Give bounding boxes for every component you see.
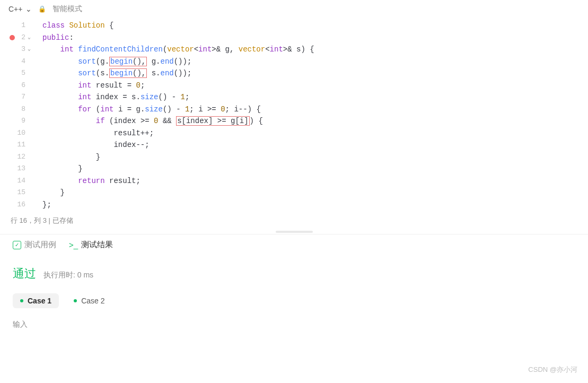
- line-number: 5: [10, 67, 25, 80]
- code-content[interactable]: class Solution {: [36, 20, 113, 32]
- fold-icon[interactable]: ⌄: [28, 32, 34, 44]
- code-content[interactable]: public:: [36, 32, 74, 44]
- code-content[interactable]: for (int i = g.size() - 1; i >= 0; i--) …: [36, 103, 261, 116]
- code-line[interactable]: 4 sort(g.begin(), g.end());: [0, 56, 588, 68]
- code-content[interactable]: int result = 0;: [36, 80, 145, 92]
- line-number: 8: [10, 103, 25, 116]
- code-content[interactable]: sort(s.begin(), s.end());: [36, 67, 191, 80]
- code-line[interactable]: 8 for (int i = g.size() - 1; i >= 0; i--…: [0, 103, 588, 116]
- code-line[interactable]: 7 int index = s.size() - 1;: [0, 91, 588, 103]
- code-line[interactable]: 9 if (index >= 0 && s[index] >= g[i]) {: [0, 115, 588, 127]
- code-line[interactable]: 11 index--;: [0, 139, 588, 151]
- highlight-box: begin(),: [109, 57, 147, 66]
- gutter[interactable]: 12: [0, 151, 36, 163]
- status-dot-icon: [20, 299, 23, 302]
- line-number: 4: [10, 56, 25, 68]
- line-number: 9: [10, 115, 25, 127]
- lock-icon: 🔒: [38, 5, 46, 13]
- gutter[interactable]: 7: [0, 91, 36, 103]
- line-number: 14: [10, 175, 25, 187]
- code-content[interactable]: }: [36, 151, 100, 163]
- mode-label: 智能模式: [52, 4, 82, 14]
- line-number: 13: [10, 163, 25, 175]
- code-content[interactable]: int findContentChildren(vector<int>& g, …: [36, 43, 314, 56]
- gutter[interactable]: 4: [0, 56, 36, 68]
- line-number: 7: [10, 91, 25, 103]
- code-content[interactable]: };: [36, 199, 51, 211]
- line-number: 16: [10, 199, 25, 211]
- code-content[interactable]: }: [36, 163, 83, 175]
- line-number: 3: [10, 43, 25, 56]
- breakpoint-icon[interactable]: [10, 35, 15, 40]
- line-number: 12: [10, 151, 25, 163]
- panel-resize-handle[interactable]: [0, 231, 588, 234]
- code-line[interactable]: 6 int result = 0;: [0, 80, 588, 92]
- watermark: CSDN @亦小河: [528, 365, 577, 375]
- tab-results[interactable]: >_ 测试结果: [69, 240, 113, 250]
- highlight-box: s[index] >= g[i]: [176, 116, 249, 126]
- code-content[interactable]: result++;: [36, 127, 154, 140]
- gutter[interactable]: 16: [0, 199, 36, 211]
- code-content[interactable]: if (index >= 0 && s[index] >= g[i]) {: [36, 115, 263, 127]
- line-number: 15: [10, 187, 25, 199]
- code-line[interactable]: 10 result++;: [0, 127, 588, 140]
- code-line[interactable]: 2⌄public:: [0, 32, 588, 44]
- code-content[interactable]: sort(g.begin(), g.end());: [36, 56, 191, 68]
- gutter[interactable]: 1: [0, 20, 36, 32]
- status-dot-icon: [74, 299, 77, 302]
- code-content[interactable]: return result;: [36, 175, 141, 187]
- code-line[interactable]: 12 }: [0, 151, 588, 163]
- case-label: Case 2: [81, 297, 104, 305]
- code-line[interactable]: 15 }: [0, 187, 588, 199]
- gutter[interactable]: 9: [0, 115, 36, 127]
- case-label: Case 1: [28, 297, 51, 305]
- input-section-label: 输入: [13, 320, 575, 329]
- execution-time: 执行用时: 0 ms: [43, 271, 93, 280]
- language-selector[interactable]: C++ ⌄: [8, 5, 32, 13]
- results-tabs: ✓ 测试用例 >_ 测试结果: [0, 234, 588, 255]
- code-content[interactable]: int index = s.size() - 1;: [36, 91, 189, 103]
- fold-icon[interactable]: ⌄: [28, 43, 34, 56]
- terminal-icon: >_: [69, 240, 78, 249]
- line-number: 11: [10, 139, 25, 151]
- code-line[interactable]: 16};: [0, 199, 588, 211]
- line-number: 10: [10, 127, 25, 140]
- editor-status-bar: 行 16，列 3 | 已存储: [0, 211, 588, 231]
- code-editor[interactable]: 1class Solution {2⌄public:3⌄ int findCon…: [0, 19, 588, 211]
- cursor-position: 行 16，列 3: [11, 216, 47, 224]
- code-line[interactable]: 5 sort(s.begin(), s.end());: [0, 67, 588, 80]
- status-pass: 通过: [13, 266, 36, 282]
- gutter[interactable]: 6: [0, 80, 36, 92]
- code-content[interactable]: }: [36, 187, 65, 199]
- gutter[interactable]: 8: [0, 103, 36, 116]
- case-tab[interactable]: Case 1: [13, 293, 59, 308]
- code-line[interactable]: 1class Solution {: [0, 20, 588, 32]
- code-content[interactable]: index--;: [36, 139, 150, 151]
- tab-testcases[interactable]: ✓ 测试用例: [13, 240, 56, 250]
- case-tabs: Case 1Case 2: [13, 293, 575, 308]
- highlight-box: begin(),: [109, 68, 147, 78]
- chevron-down-icon: ⌄: [25, 5, 32, 13]
- editor-toolbar: C++ ⌄ 🔒 智能模式: [0, 0, 588, 19]
- gutter[interactable]: 11: [0, 139, 36, 151]
- case-tab[interactable]: Case 2: [66, 293, 112, 308]
- code-line[interactable]: 3⌄ int findContentChildren(vector<int>& …: [0, 43, 588, 56]
- gutter[interactable]: 2⌄: [0, 32, 36, 44]
- gutter[interactable]: 5: [0, 67, 36, 80]
- line-number: 1: [10, 20, 25, 32]
- save-status: 已存储: [52, 216, 73, 224]
- gutter[interactable]: 3⌄: [0, 43, 36, 56]
- gutter[interactable]: 14: [0, 175, 36, 187]
- code-line[interactable]: 14 return result;: [0, 175, 588, 187]
- gutter[interactable]: 15: [0, 187, 36, 199]
- gutter[interactable]: 13: [0, 163, 36, 175]
- line-number: 6: [10, 80, 25, 92]
- results-body: 通过 执行用时: 0 ms Case 1Case 2 输入: [0, 255, 588, 332]
- gutter[interactable]: 10: [0, 127, 36, 140]
- checkbox-icon: ✓: [13, 241, 21, 249]
- language-label: C++: [8, 5, 22, 13]
- code-line[interactable]: 13 }: [0, 163, 588, 175]
